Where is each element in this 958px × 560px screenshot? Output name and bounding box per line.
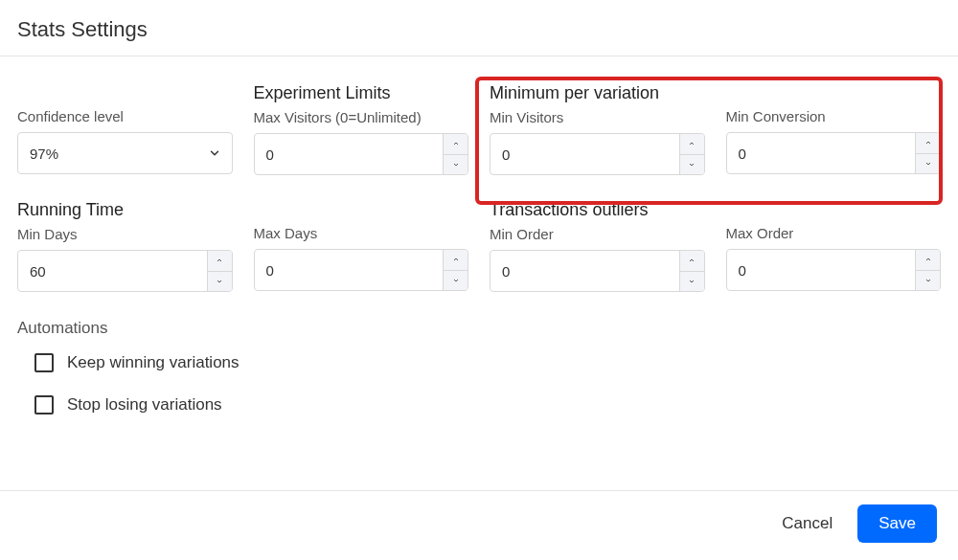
confidence-level-group: Confidence level 97% [17,83,233,175]
min-conversion-down-button[interactable] [916,154,940,174]
max-order-label: Max Order [726,225,942,241]
page-title: Stats Settings [17,17,941,42]
max-order-down-button[interactable] [916,271,940,291]
min-days-group: Running Time Min Days [17,200,233,292]
automations-heading: Automations [17,319,941,338]
min-conversion-label: Min Conversion [726,108,942,124]
min-order-down-button[interactable] [680,272,704,292]
max-order-input[interactable] [727,250,916,290]
max-order-group: Max Order [726,200,942,292]
stop-losing-label: Stop losing variations [67,395,222,414]
max-days-label: Max Days [254,225,469,241]
keep-winning-label: Keep winning variations [67,353,240,372]
min-days-input[interactable] [18,251,207,291]
divider [0,56,958,56]
max-visitors-input[interactable] [255,134,444,174]
running-time-heading: Running Time [17,200,233,220]
footer: Cancel Save [0,490,958,543]
stop-losing-checkbox[interactable] [34,395,54,414]
min-conversion-up-button[interactable] [916,133,940,154]
confidence-level-select[interactable]: 97% [17,132,233,174]
min-days-down-button[interactable] [208,272,232,292]
transactions-outliers-heading: Transactions outliers [490,200,705,220]
min-visitors-group: Minimum per variation Min Visitors [490,83,705,175]
min-visitors-input[interactable] [490,134,679,174]
confidence-level-label: Confidence level [17,108,233,124]
min-order-group: Transactions outliers Min Order [490,200,705,292]
max-visitors-down-button[interactable] [444,155,468,175]
experiment-limits-heading: Experiment Limits [254,83,469,103]
max-order-up-button[interactable] [916,250,940,271]
experiment-limits-group: Experiment Limits Max Visitors (0=Unlimi… [254,83,469,175]
min-visitors-label: Min Visitors [490,109,705,125]
max-days-input[interactable] [255,250,444,290]
min-order-up-button[interactable] [680,251,704,272]
min-visitors-up-button[interactable] [680,134,704,155]
save-button[interactable]: Save [857,504,937,543]
max-visitors-up-button[interactable] [444,134,468,155]
automations-section: Automations Keep winning variations Stop… [17,319,941,414]
min-conversion-group: Min Conversion [726,83,942,175]
min-conversion-input[interactable] [727,133,916,173]
min-visitors-down-button[interactable] [680,155,704,175]
max-days-group: Max Days [254,200,469,292]
max-days-down-button[interactable] [444,271,468,291]
min-days-label: Min Days [17,226,233,242]
max-visitors-label: Max Visitors (0=Unlimited) [254,109,469,125]
max-days-up-button[interactable] [444,250,468,271]
min-days-up-button[interactable] [208,251,232,272]
keep-winning-checkbox[interactable] [34,353,54,372]
min-order-label: Min Order [490,226,705,242]
cancel-button[interactable]: Cancel [776,506,838,541]
minimum-per-variation-heading: Minimum per variation [490,83,705,103]
min-order-input[interactable] [490,251,679,291]
